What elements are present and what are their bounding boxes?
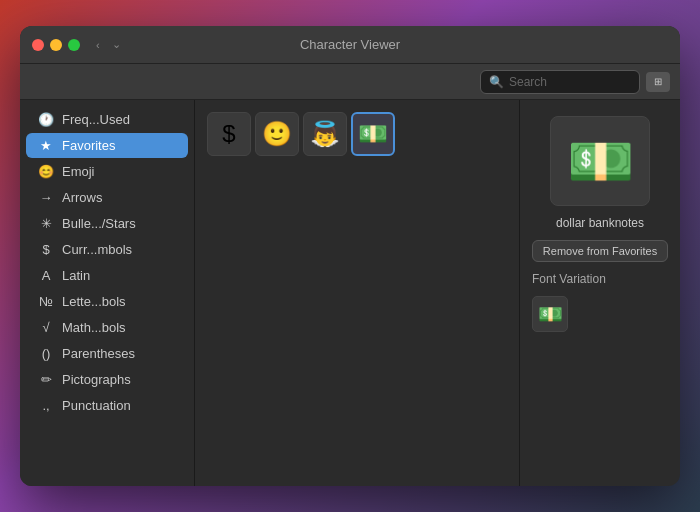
main-content: 🕐 Freq...Used ★ Favorites 😊 Emoji → Arro… (20, 100, 680, 486)
search-icon: 🔍 (489, 75, 504, 89)
sidebar-item-bullets[interactable]: ✳ Bulle.../Stars (26, 211, 188, 236)
sidebar-label-favorites: Favorites (62, 138, 115, 153)
sidebar-icon-emoji: 😊 (38, 164, 54, 179)
sidebar-icon-bullets: ✳ (38, 216, 54, 231)
sidebar-label-parentheses: Parentheses (62, 346, 135, 361)
traffic-lights (32, 39, 80, 51)
grid-icon: ⊞ (654, 76, 662, 87)
sidebar-label-punctuation: Punctuation (62, 398, 131, 413)
dropdown-button[interactable]: ⌄ (108, 36, 125, 53)
char-item-dollar-banknotes[interactable]: 💵 (351, 112, 395, 156)
sidebar-item-arrows[interactable]: → Arrows (26, 185, 188, 210)
char-item-dollar[interactable]: $ (207, 112, 251, 156)
detail-char: 💵 (567, 130, 634, 193)
remove-from-favorites-button[interactable]: Remove from Favorites (532, 240, 668, 262)
font-var-item-0[interactable]: 💵 (532, 296, 568, 332)
sidebar: 🕐 Freq...Used ★ Favorites 😊 Emoji → Arro… (20, 100, 195, 486)
sidebar-label-letterlike: Lette...bols (62, 294, 126, 309)
sidebar-icon-arrows: → (38, 190, 54, 205)
back-button[interactable]: ‹ (92, 37, 104, 53)
character-viewer-window: ‹ ⌄ Character Viewer 🔍 ⊞ 🕐 Freq...Used ★… (20, 26, 680, 486)
search-box: 🔍 (480, 70, 640, 94)
sidebar-icon-punctuation: ., (38, 398, 54, 413)
sidebar-icon-latin: A (38, 268, 54, 283)
sidebar-label-arrows: Arrows (62, 190, 102, 205)
sidebar-icon-currency: $ (38, 242, 54, 257)
sidebar-item-letterlike[interactable]: № Lette...bols (26, 289, 188, 314)
close-button[interactable] (32, 39, 44, 51)
sidebar-icon-parentheses: () (38, 346, 54, 361)
sidebar-item-latin[interactable]: A Latin (26, 263, 188, 288)
sidebar-label-bullets: Bulle.../Stars (62, 216, 136, 231)
char-grid: $🙂👼💵 (195, 100, 520, 486)
sidebar-label-math: Math...bols (62, 320, 126, 335)
sidebar-label-emoji: Emoji (62, 164, 95, 179)
sidebar-label-currency: Curr...mbols (62, 242, 132, 257)
detail-panel: 💵 dollar banknotes Remove from Favorites… (520, 100, 680, 486)
maximize-button[interactable] (68, 39, 80, 51)
sidebar-label-pictographs: Pictographs (62, 372, 131, 387)
sidebar-icon-pictographs: ✏ (38, 372, 54, 387)
sidebar-label-latin: Latin (62, 268, 90, 283)
sidebar-item-punctuation[interactable]: ., Punctuation (26, 393, 188, 418)
sidebar-icon-freq-used: 🕐 (38, 112, 54, 127)
sidebar-icon-math: √ (38, 320, 54, 335)
sidebar-item-freq-used[interactable]: 🕐 Freq...Used (26, 107, 188, 132)
char-items: $🙂👼💵 (207, 112, 507, 156)
toolbar: 🔍 ⊞ (20, 64, 680, 100)
char-item-angel[interactable]: 👼 (303, 112, 347, 156)
sidebar-icon-favorites: ★ (38, 138, 54, 153)
sidebar-item-favorites[interactable]: ★ Favorites (26, 133, 188, 158)
nav-controls: ‹ ⌄ (92, 36, 125, 53)
sidebar-item-parentheses[interactable]: () Parentheses (26, 341, 188, 366)
sidebar-item-currency[interactable]: $ Curr...mbols (26, 237, 188, 262)
titlebar: ‹ ⌄ Character Viewer (20, 26, 680, 64)
sidebar-label-freq-used: Freq...Used (62, 112, 130, 127)
sidebar-item-pictographs[interactable]: ✏ Pictographs (26, 367, 188, 392)
font-variation-grid: 💵 (532, 296, 568, 332)
sidebar-icon-letterlike: № (38, 294, 54, 309)
sidebar-item-math[interactable]: √ Math...bols (26, 315, 188, 340)
font-variation-label: Font Variation (532, 272, 606, 286)
sidebar-item-emoji[interactable]: 😊 Emoji (26, 159, 188, 184)
detail-char-large: 💵 (550, 116, 650, 206)
detail-char-name: dollar banknotes (556, 216, 644, 230)
char-item-smiley[interactable]: 🙂 (255, 112, 299, 156)
minimize-button[interactable] (50, 39, 62, 51)
window-title: Character Viewer (300, 37, 400, 52)
search-input[interactable] (509, 75, 631, 89)
grid-view-button[interactable]: ⊞ (646, 72, 670, 92)
